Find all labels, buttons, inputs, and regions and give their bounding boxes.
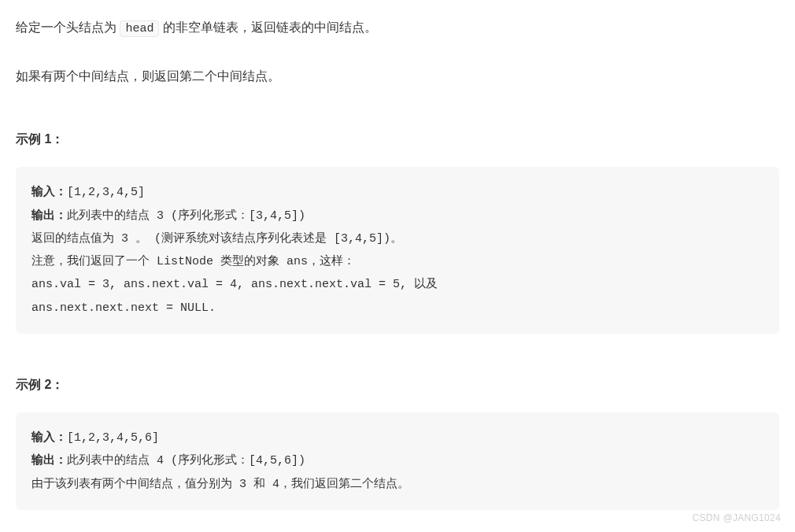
intro-line-1: 给定一个头结点为 head 的非空单链表，返回链表的中间结点。 xyxy=(16,16,779,41)
example2-input-label: 输入： xyxy=(31,431,67,445)
example2-input-value: [1,2,3,4,5,6] xyxy=(67,431,159,445)
example1-line5: ans.val = 3, ans.next.val = 4, ans.next.… xyxy=(31,278,438,291)
example2-block: 输入：[1,2,3,4,5,6] 输出：此列表中的结点 4 (序列化形式：[4,… xyxy=(16,412,779,510)
example2-heading: 示例 2： xyxy=(16,373,779,397)
example1-line6: ans.next.next.next = NULL. xyxy=(31,301,216,315)
example1-input-value: [1,2,3,4,5] xyxy=(67,186,145,199)
intro-part1: 给定一个头结点为 xyxy=(16,20,120,34)
example1-input-label: 输入： xyxy=(31,186,67,199)
intro-line-2: 如果有两个中间结点，则返回第二个中间结点。 xyxy=(16,65,779,88)
example2-output-label: 输出： xyxy=(31,454,67,467)
inline-code-head: head xyxy=(120,20,159,37)
watermark: CSDN @JANG1024 xyxy=(693,509,781,527)
example2-line3: 由于该列表有两个中间结点，值分别为 3 和 4，我们返回第二个结点。 xyxy=(31,478,409,491)
example1-output-label: 输出： xyxy=(31,209,67,223)
example1-heading: 示例 1： xyxy=(16,127,779,151)
example1-output-value: 此列表中的结点 3 (序列化形式：[3,4,5]) xyxy=(67,209,305,223)
example1-line4: 注意，我们返回了一个 ListNode 类型的对象 ans，这样： xyxy=(31,255,355,268)
intro-part2: 的非空单链表，返回链表的中间结点。 xyxy=(159,20,376,34)
example2-output-value: 此列表中的结点 4 (序列化形式：[4,5,6]) xyxy=(67,454,305,467)
example1-line3: 返回的结点值为 3 。 (测评系统对该结点序列化表述是 [3,4,5])。 xyxy=(31,232,402,246)
example1-block: 输入：[1,2,3,4,5] 输出：此列表中的结点 3 (序列化形式：[3,4,… xyxy=(16,167,779,334)
